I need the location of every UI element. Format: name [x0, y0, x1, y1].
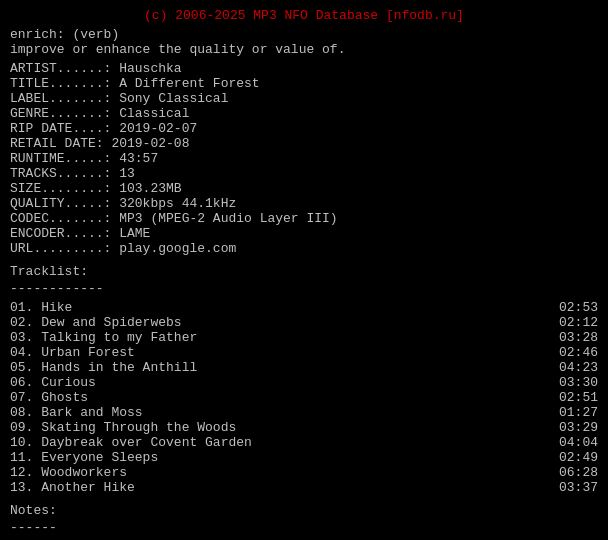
track-duration: 02:53: [548, 300, 598, 315]
track-duration: 02:51: [548, 390, 598, 405]
track-title: 04. Urban Forest: [10, 345, 548, 360]
enrich-label: enrich: (verb): [10, 27, 598, 42]
metadata-line: RUNTIME.....: 43:57: [10, 151, 598, 166]
metadata-line: URL.........: play.google.com: [10, 241, 598, 256]
track-duration: 02:49: [548, 450, 598, 465]
track-line: 06. Curious03:30: [10, 375, 598, 390]
track-duration: 03:28: [548, 330, 598, 345]
track-title: 07. Ghosts: [10, 390, 548, 405]
track-title: 03. Talking to my Father: [10, 330, 548, 345]
track-duration: 03:29: [548, 420, 598, 435]
track-line: 11. Everyone Sleeps02:49: [10, 450, 598, 465]
track-duration: 03:37: [548, 480, 598, 495]
track-title: 10. Daybreak over Covent Garden: [10, 435, 548, 450]
metadata-line: RIP DATE....: 2019-02-07: [10, 121, 598, 136]
track-title: 05. Hands in the Anthill: [10, 360, 548, 375]
metadata-line: TITLE.......: A Different Forest: [10, 76, 598, 91]
tracklist-section: Tracklist: ------------ 01. Hike02:5302.…: [10, 264, 598, 495]
track-duration: 03:30: [548, 375, 598, 390]
metadata-section: ARTIST......: HauschkaTITLE.......: A Di…: [10, 61, 598, 256]
track-line: 10. Daybreak over Covent Garden04:04: [10, 435, 598, 450]
track-line: 03. Talking to my Father03:28: [10, 330, 598, 345]
track-line: 07. Ghosts02:51: [10, 390, 598, 405]
metadata-line: QUALITY.....: 320kbps 44.1kHz: [10, 196, 598, 211]
notes-section: Notes: ------ Volker Bertelmann is a Ger…: [10, 503, 598, 540]
track-title: 01. Hike: [10, 300, 548, 315]
track-line: 04. Urban Forest02:46: [10, 345, 598, 360]
track-title: 13. Another Hike: [10, 480, 548, 495]
tracks-container: 01. Hike02:5302. Dew and Spiderwebs02:12…: [10, 300, 598, 495]
metadata-line: CODEC.......: MP3 (MPEG-2 Audio Layer II…: [10, 211, 598, 226]
metadata-line: GENRE.......: Classical: [10, 106, 598, 121]
track-line: 09. Skating Through the Woods03:29: [10, 420, 598, 435]
tracklist-header: Tracklist:: [10, 264, 598, 279]
copyright-line: (c) 2006-2025 MP3 NFO Database [nfodb.ru…: [10, 8, 598, 23]
track-line: 13. Another Hike03:37: [10, 480, 598, 495]
track-duration: 06:28: [548, 465, 598, 480]
track-title: 09. Skating Through the Woods: [10, 420, 548, 435]
track-title: 08. Bark and Moss: [10, 405, 548, 420]
track-title: 02. Dew and Spiderwebs: [10, 315, 548, 330]
metadata-line: ARTIST......: Hauschka: [10, 61, 598, 76]
track-duration: 01:27: [548, 405, 598, 420]
track-title: 11. Everyone Sleeps: [10, 450, 548, 465]
notes-divider: ------: [10, 520, 598, 535]
track-title: 06. Curious: [10, 375, 548, 390]
metadata-line: SIZE........: 103.23MB: [10, 181, 598, 196]
notes-header: Notes:: [10, 503, 598, 518]
enrich-section: enrich: (verb) improve or enhance the qu…: [10, 27, 598, 57]
track-line: 01. Hike02:53: [10, 300, 598, 315]
track-duration: 04:04: [548, 435, 598, 450]
track-line: 05. Hands in the Anthill04:23: [10, 360, 598, 375]
track-line: 02. Dew and Spiderwebs02:12: [10, 315, 598, 330]
metadata-line: TRACKS......: 13: [10, 166, 598, 181]
track-duration: 02:12: [548, 315, 598, 330]
tracklist-divider: ------------: [10, 281, 598, 296]
track-duration: 02:46: [548, 345, 598, 360]
track-title: 12. Woodworkers: [10, 465, 548, 480]
track-duration: 04:23: [548, 360, 598, 375]
track-line: 12. Woodworkers06:28: [10, 465, 598, 480]
track-line: 08. Bark and Moss01:27: [10, 405, 598, 420]
enrich-definition: improve or enhance the quality or value …: [10, 42, 598, 57]
metadata-line: ENCODER.....: LAME: [10, 226, 598, 241]
metadata-line: RETAIL DATE: 2019-02-08: [10, 136, 598, 151]
metadata-line: LABEL.......: Sony Classical: [10, 91, 598, 106]
